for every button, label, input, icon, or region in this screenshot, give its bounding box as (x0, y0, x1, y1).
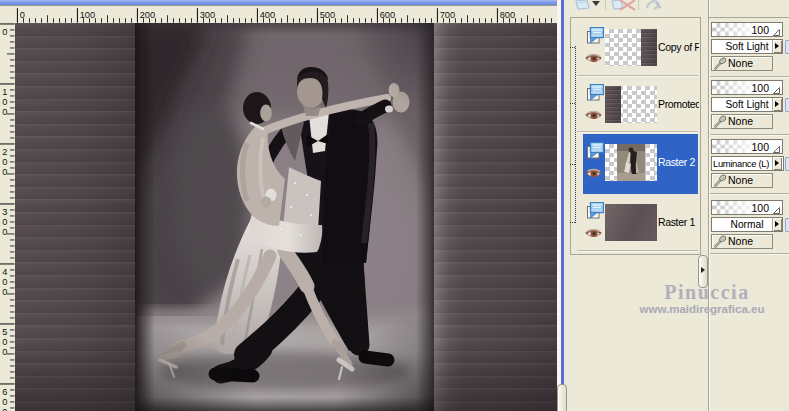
svg-text:0: 0 (2, 167, 7, 177)
svg-text:0: 0 (2, 157, 7, 167)
svg-text:600: 600 (380, 10, 395, 20)
svg-text:0: 0 (2, 97, 7, 107)
svg-text:0: 0 (2, 27, 7, 37)
svg-text:3: 3 (2, 207, 7, 217)
svg-text:400: 400 (260, 10, 275, 20)
svg-text:0: 0 (20, 10, 25, 20)
svg-text:100: 100 (80, 10, 95, 20)
svg-text:300: 300 (200, 10, 215, 20)
svg-text:0: 0 (2, 227, 7, 237)
svg-text:6: 6 (2, 387, 7, 397)
svg-text:2: 2 (2, 147, 7, 157)
svg-text:0: 0 (2, 397, 7, 407)
svg-text:4: 4 (2, 267, 7, 277)
svg-text:0: 0 (2, 287, 7, 297)
svg-text:0: 0 (2, 347, 7, 357)
svg-text:500: 500 (320, 10, 335, 20)
svg-text:0: 0 (2, 407, 7, 411)
svg-text:200: 200 (140, 10, 155, 20)
svg-text:5: 5 (2, 327, 7, 337)
svg-text:800: 800 (500, 10, 515, 20)
svg-text:0: 0 (2, 337, 7, 347)
svg-text:0: 0 (2, 217, 7, 227)
svg-text:0: 0 (2, 277, 7, 287)
svg-text:700: 700 (440, 10, 455, 20)
svg-text:1: 1 (2, 87, 7, 97)
svg-text:0: 0 (2, 107, 7, 117)
